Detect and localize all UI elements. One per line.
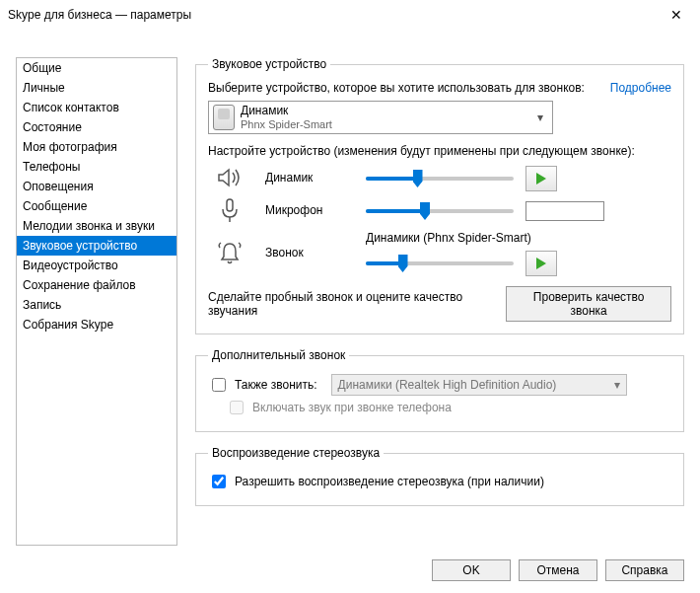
mic-level-meter	[525, 201, 604, 221]
speaker-title: Динамик	[265, 171, 352, 185]
cancel-button[interactable]: Отмена	[519, 559, 597, 581]
unmute-on-ring-checkbox	[230, 401, 244, 414]
also-ring-checkbox[interactable]	[212, 378, 226, 392]
unmute-on-ring-label: Включать звук при звонке телефона	[252, 401, 452, 414]
chevron-down-icon: ▾	[614, 378, 620, 392]
sidebar-item[interactable]: Список контактов	[17, 98, 176, 117]
audio-device-legend: Звуковое устройство	[208, 57, 330, 71]
sidebar-item[interactable]: Состояние	[17, 117, 176, 137]
sidebar-item[interactable]: Мелодии звонка и звуки	[17, 216, 176, 236]
tune-label: Настройте устройство (изменения будут пр…	[208, 144, 671, 158]
sidebar-item[interactable]: Оповещения	[17, 177, 176, 196]
help-button[interactable]: Справка	[605, 559, 684, 581]
device-sub: Phnx Spider-Smart	[241, 117, 526, 131]
ringer-slider[interactable]	[366, 253, 514, 274]
sidebar-item[interactable]: Видеоустройство	[17, 256, 176, 275]
device-icon	[213, 105, 235, 130]
sidebar-item[interactable]: Сохранение файлов	[17, 275, 176, 295]
ringer-title: Звонок	[265, 246, 352, 259]
device-name: Динамик	[241, 104, 526, 117]
mic-title: Микрофон	[265, 203, 352, 217]
also-ring-label: Также звонить:	[235, 378, 317, 392]
sidebar-item[interactable]: Моя фотография	[17, 137, 176, 157]
window-title: Skype для бизнеса — параметры	[8, 8, 191, 22]
stereo-group: Воспроизведение стереозвука Разрешить во…	[195, 446, 684, 506]
sidebar-item[interactable]: Собрания Skype	[17, 315, 176, 334]
sidebar-item[interactable]: Звуковое устройство	[17, 236, 176, 256]
secondary-ringer-group: Дополнительный звонок Также звонить: Дин…	[195, 348, 684, 432]
select-device-label: Выберите устройство, которое вы хотите и…	[208, 81, 585, 95]
svg-rect-0	[227, 199, 233, 211]
learn-more-link[interactable]: Подробнее	[610, 81, 671, 95]
speaker-play-button[interactable]	[525, 166, 557, 191]
stereo-legend: Воспроизведение стереозвука	[208, 446, 384, 460]
speaker-icon	[208, 166, 251, 189]
ok-button[interactable]: OK	[432, 559, 511, 581]
allow-stereo-label: Разрешить воспроизведение стереозвука (п…	[235, 475, 544, 488]
device-dropdown[interactable]: Динамик Phnx Spider-Smart ▾	[208, 101, 553, 134]
sidebar-item[interactable]: Телефоны	[17, 157, 176, 177]
sidebar-item[interactable]: Сообщение	[17, 196, 176, 216]
audio-device-group: Звуковое устройство Выберите устройство,…	[195, 57, 684, 334]
sidebar-item[interactable]: Общие	[17, 58, 176, 78]
ringer-device-label: Динамики (Phnx Spider-Smart)	[366, 231, 671, 245]
check-call-quality-button[interactable]: Проверить качество звонка	[506, 286, 671, 322]
allow-stereo-checkbox[interactable]	[212, 475, 226, 488]
speaker-slider[interactable]	[366, 168, 514, 189]
settings-panel: Звуковое устройство Выберите устройство,…	[195, 57, 684, 546]
ringer-icon	[208, 240, 251, 265]
ringer-play-button[interactable]	[525, 251, 557, 276]
chevron-down-icon: ▾	[532, 111, 548, 124]
sidebar: ОбщиеЛичныеСписок контактовСостояниеМоя …	[16, 57, 177, 546]
sidebar-item[interactable]: Запись	[17, 295, 176, 315]
microphone-icon	[208, 197, 251, 223]
sidebar-item[interactable]: Личные	[17, 78, 176, 98]
also-ring-value: Динамики (Realtek High Definition Audio)	[338, 378, 557, 392]
mic-slider[interactable]	[366, 200, 514, 222]
also-ring-dropdown: Динамики (Realtek High Definition Audio)…	[331, 374, 627, 396]
secondary-ringer-legend: Дополнительный звонок	[208, 348, 349, 362]
test-call-text: Сделайте пробный звонок и оцените качест…	[208, 290, 492, 318]
close-button[interactable]: ✕	[663, 4, 690, 26]
